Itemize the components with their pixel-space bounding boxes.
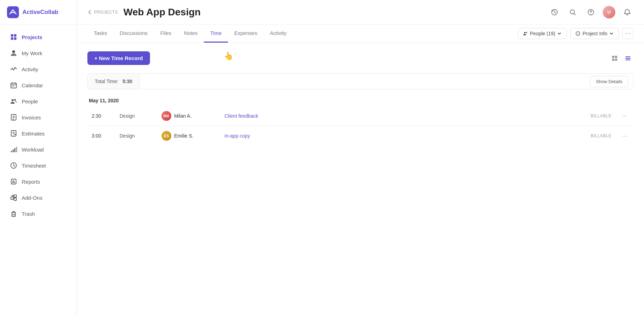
person-icon bbox=[10, 49, 17, 57]
list-view-button[interactable] bbox=[622, 53, 634, 64]
people-button[interactable]: People (19) bbox=[518, 28, 567, 39]
sidebar-item-label-projects: Projects bbox=[22, 34, 42, 40]
sidebar-item-timesheet[interactable]: Timesheet bbox=[3, 158, 74, 173]
topbar-actions: U bbox=[548, 6, 634, 19]
sidebar-item-my-work[interactable]: My Work bbox=[3, 45, 74, 61]
sidebar-item-reports[interactable]: Reports bbox=[3, 174, 74, 189]
svg-point-41 bbox=[570, 10, 574, 14]
record-billable-2: BILLABLE bbox=[454, 126, 616, 146]
person-avatar-1: MA bbox=[162, 111, 171, 121]
svg-rect-3 bbox=[11, 37, 13, 40]
sidebar-item-add-ons[interactable]: Add-Ons bbox=[3, 190, 74, 205]
svg-rect-24 bbox=[16, 147, 17, 152]
timesheet-icon bbox=[10, 162, 17, 169]
bell-icon bbox=[624, 9, 631, 16]
record-category-2: Design bbox=[115, 126, 157, 146]
sidebar-item-estimates[interactable]: Estimates bbox=[3, 126, 74, 141]
tab-bar: Tasks Discussions Files Notes Time Expen… bbox=[77, 24, 644, 43]
svg-point-46 bbox=[526, 32, 527, 33]
sidebar-item-label-estimates: Estimates bbox=[22, 131, 45, 137]
record-actions-2: ··· bbox=[616, 126, 634, 146]
person-name-1: Milan A. bbox=[174, 113, 192, 119]
search-button[interactable] bbox=[566, 6, 579, 19]
row-more-button-1[interactable]: ··· bbox=[620, 111, 629, 121]
project-info-button[interactable]: Project Info bbox=[570, 28, 619, 39]
sidebar-item-invoices[interactable]: Invoices bbox=[3, 110, 74, 125]
svg-point-45 bbox=[524, 32, 525, 34]
more-options-button[interactable]: ··· bbox=[622, 28, 634, 39]
logo-text: ActiveCollab bbox=[22, 9, 58, 16]
svg-rect-52 bbox=[612, 58, 614, 60]
list-view-icon bbox=[625, 55, 631, 61]
tabs-left: Tasks Discussions Files Notes Time Expen… bbox=[87, 24, 518, 43]
new-time-record-button[interactable]: + New Time Record bbox=[87, 51, 150, 65]
logo-icon bbox=[7, 6, 19, 18]
svg-rect-53 bbox=[615, 58, 617, 60]
svg-rect-56 bbox=[625, 59, 630, 60]
total-time-label: Total Time: 5:30 bbox=[88, 74, 139, 89]
record-billable-1: BILLABLE bbox=[454, 106, 616, 126]
svg-rect-51 bbox=[615, 56, 617, 58]
sidebar-item-people[interactable]: People bbox=[3, 94, 74, 109]
time-records-table: 2:30 Design MA Milan A. Client feedback bbox=[87, 106, 634, 146]
logo[interactable]: ActiveCollab bbox=[0, 0, 77, 25]
page-title: Web App Design bbox=[123, 7, 543, 18]
sidebar: ActiveCollab Projects My Work Activity bbox=[0, 0, 77, 316]
record-category-1: Design bbox=[115, 106, 157, 126]
back-label: PROJECTS bbox=[94, 10, 118, 15]
tabs-right: People (19) Project Info ··· bbox=[518, 28, 634, 39]
table-row: 2:30 Design MA Milan A. Client feedback bbox=[87, 106, 634, 126]
back-button[interactable]: PROJECTS bbox=[87, 10, 118, 15]
sidebar-item-calendar[interactable]: Calendar bbox=[3, 78, 74, 93]
svg-point-13 bbox=[14, 99, 16, 101]
main-area: PROJECTS Web App Design U Tasks bbox=[77, 0, 644, 316]
notifications-button[interactable] bbox=[621, 6, 634, 19]
people-btn-label: People (19) bbox=[530, 31, 555, 36]
info-icon bbox=[575, 31, 580, 36]
svg-rect-2 bbox=[14, 34, 16, 37]
record-time-1: 2:30 bbox=[87, 106, 115, 126]
svg-line-27 bbox=[14, 166, 15, 167]
row-more-button-2[interactable]: ··· bbox=[620, 131, 629, 141]
history-icon bbox=[551, 9, 558, 16]
sidebar-item-activity[interactable]: Activity bbox=[3, 61, 74, 77]
activity-icon bbox=[10, 65, 17, 73]
estimates-icon bbox=[10, 130, 17, 137]
time-content: + New Time Record Total Time: 5:30 bbox=[77, 43, 644, 316]
tab-expenses[interactable]: Expenses bbox=[228, 24, 264, 43]
tab-tasks[interactable]: Tasks bbox=[87, 24, 113, 43]
topbar: PROJECTS Web App Design U bbox=[77, 0, 644, 24]
person-name-2: Emilie S. bbox=[174, 133, 193, 139]
tab-notes[interactable]: Notes bbox=[178, 24, 204, 43]
sidebar-item-label-calendar: Calendar bbox=[22, 82, 43, 88]
tab-discussions[interactable]: Discussions bbox=[113, 24, 154, 43]
svg-rect-18 bbox=[11, 131, 16, 136]
tab-activity[interactable]: Activity bbox=[264, 24, 293, 43]
avatar[interactable]: U bbox=[603, 6, 615, 19]
tab-files[interactable]: Files bbox=[154, 24, 178, 43]
sidebar-item-label-trash: Trash bbox=[22, 211, 35, 217]
sidebar-item-label-workload: Workload bbox=[22, 147, 44, 153]
search-icon bbox=[569, 9, 576, 16]
addons-icon bbox=[10, 194, 17, 201]
sidebar-item-trash[interactable]: Trash bbox=[3, 206, 74, 221]
total-time-bar: Total Time: 5:30 Show Details bbox=[87, 73, 634, 89]
task-link-2[interactable]: In-app copy bbox=[224, 133, 250, 139]
calendar-icon bbox=[10, 81, 17, 89]
history-button[interactable] bbox=[548, 6, 561, 19]
sidebar-item-projects[interactable]: Projects bbox=[3, 29, 74, 45]
date-label: May 11, 2020 bbox=[87, 98, 634, 103]
tab-time[interactable]: Time bbox=[204, 24, 228, 43]
sidebar-item-label-reports: Reports bbox=[22, 179, 40, 185]
svg-point-44 bbox=[591, 14, 591, 14]
sidebar-item-workload[interactable]: Workload bbox=[3, 142, 74, 157]
grid-view-button[interactable] bbox=[609, 53, 620, 64]
content-area: Tasks Discussions Files Notes Time Expen… bbox=[77, 24, 644, 316]
invoice-icon bbox=[10, 113, 17, 121]
view-toggle bbox=[609, 53, 634, 64]
trash-icon bbox=[10, 210, 17, 218]
help-button[interactable] bbox=[585, 6, 597, 19]
sidebar-item-label-addons: Add-Ons bbox=[22, 195, 42, 201]
task-link-1[interactable]: Client feedback bbox=[224, 113, 258, 119]
show-details-button[interactable]: Show Details bbox=[590, 76, 628, 87]
